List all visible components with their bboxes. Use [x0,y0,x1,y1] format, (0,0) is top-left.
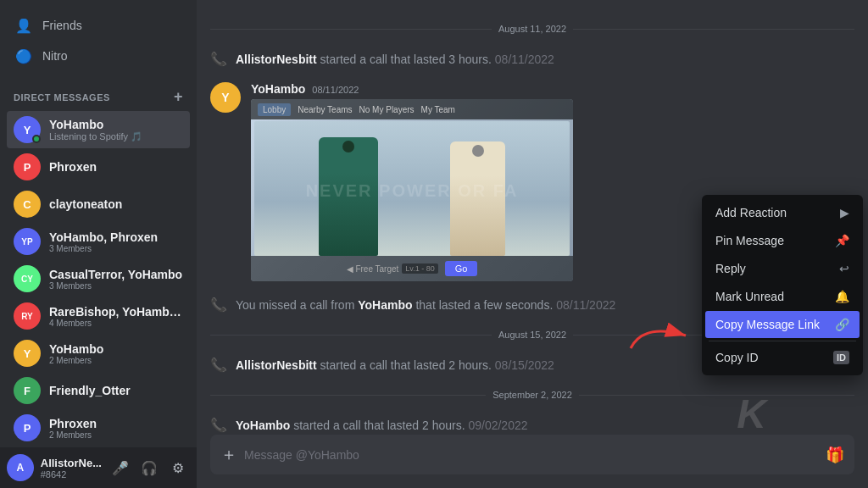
dm-count: 2 Members [49,356,103,365]
ctx-id-icon: ID [833,351,849,364]
mute-button[interactable]: 🎤 [108,456,132,480]
dm-name: YoHambo [49,342,103,356]
sidebar-item-nitro[interactable]: 🔵 Nitro [7,41,190,71]
dm-item-group-phroxen2[interactable]: P Phroxen 2 Members [7,409,190,446]
dm-name: YoHambo, Phroxen [49,230,158,244]
message-header: YoHambo 08/11/2022 [251,82,854,96]
context-menu: Add Reaction ▶ Pin Message 📌 Reply ↩ Mar… [702,195,863,375]
dm-info: RareBishop, YoHambo... 4 Members [49,305,183,328]
avatar: Y [14,116,41,143]
ctx-pin-icon: 📌 [835,234,849,247]
group-avatar: RY [14,302,41,330]
dm-info: YoHambo Listening to Spotify 🎵 [49,118,142,142]
bottom-icons: 🎤 🎧 ⚙ [108,456,190,480]
call-text: AllistorNesbitt started a call that last… [236,53,554,66]
date-line [210,335,492,336]
avatar-initial: Y [24,124,31,136]
gift-button[interactable]: 🎁 [826,446,844,464]
dm-name: Phroxen [49,417,97,430]
dm-count: 3 Members [49,281,182,291]
message-input[interactable] [244,439,819,471]
date-label: August 15, 2022 [498,330,566,340]
ctx-pin-message[interactable]: Pin Message 📌 [705,227,860,254]
dm-name: Phroxen [49,160,97,174]
dm-count: 2 Members [49,430,97,440]
dm-item-friendly-otter[interactable]: F Friendly_Otter [7,372,190,409]
dm-item-claytoneaton[interactable]: C claytoneaton [7,186,190,223]
ctx-reply[interactable]: Reply ↩ [705,255,860,282]
ctx-label: Mark Unread [715,290,784,303]
avatar: Y [210,82,241,113]
message-row: 📞 AllistorNesbitt started a call that la… [210,47,854,70]
date-line [579,395,854,396]
missed-call-icon: 📞 [210,297,227,313]
date-label: September 2, 2022 [492,390,572,400]
dm-item-group-yohambo2[interactable]: Y YoHambo 2 Members [7,335,190,372]
username-display: AllistorNe... [41,457,102,469]
attach-button[interactable]: ＋ [220,435,237,474]
avatar: C [14,191,41,218]
ctx-reply-icon: ↩ [839,262,849,275]
main-chat: August 11, 2022 📞 AllistorNesbitt starte… [197,0,868,488]
dm-info: YoHambo 2 Members [49,342,103,365]
ctx-mark-unread[interactable]: Mark Unread 🔔 [705,283,860,310]
game-hud-bar: ◀ Free Target Lv.1 - 80 Go [251,256,573,281]
dm-header-label: DIRECT MESSAGES [14,92,110,103]
dm-count: 4 Members [49,319,183,328]
missed-call-text: You missed a call from YoHambo that last… [236,298,615,312]
friends-icon: 👤 [15,17,32,34]
dm-item-group-casualterror[interactable]: CY CasualTerror, YoHambo 3 Members [7,260,190,297]
sidebar-nitro-label: Nitro [42,49,68,63]
chat-input-box: ＋ 🎁 [210,435,854,474]
dm-sub: Listening to Spotify 🎵 [49,131,142,142]
date-label: August 11, 2022 [498,24,566,34]
call-text: YoHambo started a call that lasted 2 hou… [236,419,528,432]
ctx-copy-id[interactable]: Copy ID ID [705,344,860,371]
ctx-link-icon: 🔗 [835,318,849,331]
sidebar: 👤 Friends 🔵 Nitro DIRECT MESSAGES + Y Yo… [0,0,197,488]
avatar: F [14,377,41,404]
dm-count: 3 Members [49,244,158,253]
user-avatar: A [7,454,34,481]
dm-item-group-rarebishop[interactable]: RY RareBishop, YoHambo... 4 Members [7,297,190,335]
ctx-add-reaction[interactable]: Add Reaction ▶ [705,199,860,226]
game-go-button: Go [445,261,478,276]
group-avatar: Y [14,340,41,367]
chat-input-area: ＋ 🎁 [197,435,868,488]
dm-info: Friendly_Otter [49,384,131,397]
dm-name: YoHambo [49,118,142,131]
deafen-button[interactable]: 🎧 [137,456,161,480]
ctx-copy-message-link[interactable]: Copy Message Link 🔗 [705,311,860,338]
dm-info: CasualTerror, YoHambo 3 Members [49,268,182,291]
call-icon: 📞 [210,357,227,373]
dm-name: RareBishop, YoHambo... [49,305,183,319]
status-dot [32,135,41,143]
ctx-label: Copy ID [715,351,759,364]
dm-item-yohambo[interactable]: Y YoHambo Listening to Spotify 🎵 [7,111,190,148]
user-panel: A AllistorNe... #8642 🎤 🎧 ⚙ [0,447,197,488]
settings-button[interactable]: ⚙ [166,456,190,480]
ctx-label: Pin Message [715,234,784,247]
dm-item-group-yohambo-phroxen[interactable]: YP YoHambo, Phroxen 3 Members [7,223,190,260]
game-ui-overlay: Lobby Nearby Teams No My Players My Team [251,99,573,119]
ctx-label: Add Reaction [715,206,787,219]
ctx-separator [709,341,856,341]
red-arrow-annotation [626,319,694,356]
date-line [573,29,854,30]
sidebar-top: 👤 Friends 🔵 Nitro [0,0,197,78]
dm-add-button[interactable]: + [174,88,190,106]
group-avatar: CY [14,265,41,292]
sidebar-item-friends[interactable]: 👤 Friends [7,10,190,41]
call-icon: 📞 [210,51,227,67]
avatar: P [14,153,41,180]
user-info: AllistorNe... #8642 [41,457,102,480]
call-text: AllistorNesbitt started a call that last… [236,358,554,372]
dm-info: Phroxen [49,160,97,174]
dm-item-phroxen[interactable]: P Phroxen [7,148,190,186]
nitro-icon: 🔵 [15,47,32,64]
ctx-bell-icon: 🔔 [835,290,849,303]
date-line [210,395,486,396]
group-avatar: YP [14,228,41,255]
dm-name: Friendly_Otter [49,384,131,397]
dm-name: CasualTerror, YoHambo [49,268,182,281]
